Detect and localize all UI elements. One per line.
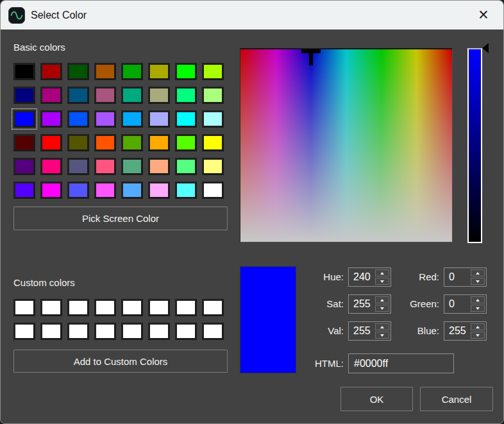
- red-spin-down-icon[interactable]: [471, 278, 485, 285]
- custom-color-swatch[interactable]: [94, 299, 116, 316]
- html-label: HTML:: [283, 354, 344, 373]
- basic-color-swatch[interactable]: [67, 182, 89, 199]
- basic-color-swatch[interactable]: [67, 158, 89, 175]
- basic-color-swatch[interactable]: [13, 134, 35, 151]
- basic-color-swatch[interactable]: [175, 134, 197, 151]
- value-slider-arrow-icon[interactable]: [482, 43, 489, 53]
- basic-colors-grid: [13, 63, 224, 199]
- hue-sat-gradient[interactable]: [240, 48, 453, 242]
- green-spin-down-icon[interactable]: [471, 305, 485, 312]
- basic-color-swatch[interactable]: [40, 134, 62, 151]
- custom-color-swatch[interactable]: [121, 299, 143, 316]
- basic-color-swatch[interactable]: [202, 134, 224, 151]
- basic-color-swatch[interactable]: [67, 110, 89, 128]
- html-input[interactable]: #0000ff: [348, 353, 454, 373]
- basic-color-swatch[interactable]: [67, 87, 89, 104]
- custom-color-swatch[interactable]: [202, 323, 224, 340]
- basic-color-swatch[interactable]: [40, 158, 62, 175]
- custom-color-swatch[interactable]: [148, 323, 170, 340]
- basic-color-swatch[interactable]: [202, 87, 224, 104]
- basic-color-swatch[interactable]: [175, 158, 197, 175]
- custom-color-swatch[interactable]: [175, 323, 197, 340]
- custom-color-swatch[interactable]: [148, 299, 170, 316]
- basic-color-swatch[interactable]: [121, 158, 143, 175]
- basic-color-swatch[interactable]: [13, 63, 35, 80]
- basic-color-swatch[interactable]: [94, 63, 116, 80]
- value-slider[interactable]: [467, 48, 482, 243]
- custom-color-swatch[interactable]: [67, 323, 89, 340]
- red-spin-up-icon[interactable]: [471, 269, 485, 276]
- red-spinbox[interactable]: 0: [444, 267, 487, 287]
- blue-spin-down-icon[interactable]: [471, 332, 485, 339]
- basic-color-swatch[interactable]: [175, 87, 197, 104]
- basic-color-swatch[interactable]: [175, 182, 197, 199]
- sat-label: Sat:: [283, 294, 344, 314]
- custom-color-swatch[interactable]: [94, 323, 116, 340]
- html-value: #0000ff: [354, 358, 388, 369]
- basic-color-swatch[interactable]: [121, 110, 143, 128]
- custom-color-swatch[interactable]: [202, 299, 224, 316]
- custom-color-swatch[interactable]: [121, 323, 143, 340]
- custom-color-swatch[interactable]: [67, 299, 89, 316]
- basic-color-swatch[interactable]: [40, 87, 62, 104]
- basic-color-swatch[interactable]: [175, 63, 197, 80]
- custom-color-swatch[interactable]: [13, 299, 35, 316]
- basic-color-swatch[interactable]: [94, 110, 116, 128]
- custom-color-swatch[interactable]: [40, 299, 62, 316]
- basic-color-swatch[interactable]: [202, 63, 224, 80]
- basic-color-swatch[interactable]: [13, 87, 35, 104]
- blue-spin-up-icon[interactable]: [471, 323, 485, 330]
- basic-color-swatch[interactable]: [148, 158, 170, 175]
- add-to-custom-colors-button[interactable]: Add to Custom Colors: [13, 350, 228, 373]
- close-icon[interactable]: ×: [470, 5, 497, 25]
- basic-color-swatch[interactable]: [13, 182, 35, 199]
- add-to-custom-colors-label: Add to Custom Colors: [74, 356, 168, 367]
- green-spinbox[interactable]: 0: [444, 294, 487, 314]
- basic-color-swatch[interactable]: [148, 182, 170, 199]
- basic-color-swatch[interactable]: [40, 63, 62, 80]
- basic-color-swatch[interactable]: [67, 63, 89, 80]
- window-title: Select Color: [31, 10, 87, 21]
- basic-color-swatch[interactable]: [40, 182, 62, 199]
- basic-color-swatch[interactable]: [94, 87, 116, 104]
- pick-screen-color-label: Pick Screen Color: [82, 213, 159, 224]
- basic-color-swatch[interactable]: [148, 63, 170, 80]
- basic-color-swatch[interactable]: [94, 134, 116, 151]
- green-spin-up-icon[interactable]: [471, 296, 485, 303]
- basic-colors-label: Basic colors: [13, 42, 65, 53]
- green-value: 0: [444, 298, 471, 310]
- basic-color-swatch[interactable]: [148, 87, 170, 104]
- basic-color-swatch[interactable]: [13, 110, 35, 128]
- blue-label: Blue:: [371, 321, 439, 341]
- color-crosshair[interactable]: [301, 49, 321, 66]
- basic-color-swatch[interactable]: [40, 110, 62, 128]
- basic-color-swatch[interactable]: [94, 158, 116, 175]
- cancel-button[interactable]: Cancel: [420, 387, 493, 411]
- hue-label: Hue:: [283, 267, 344, 287]
- custom-color-swatch[interactable]: [175, 299, 197, 316]
- basic-color-swatch[interactable]: [202, 110, 224, 128]
- basic-color-swatch[interactable]: [121, 134, 143, 151]
- basic-color-swatch[interactable]: [13, 158, 35, 175]
- basic-color-swatch[interactable]: [202, 158, 224, 175]
- basic-color-swatch[interactable]: [121, 87, 143, 104]
- basic-color-swatch[interactable]: [121, 63, 143, 80]
- basic-color-swatch[interactable]: [67, 134, 89, 151]
- val-label: Val:: [283, 321, 344, 341]
- basic-color-swatch[interactable]: [202, 182, 224, 199]
- pick-screen-color-button[interactable]: Pick Screen Color: [13, 207, 228, 230]
- custom-colors-grid: [13, 299, 224, 340]
- custom-colors-label: Custom colors: [13, 277, 75, 288]
- blue-spinbox[interactable]: 255: [444, 321, 487, 341]
- custom-color-swatch[interactable]: [13, 323, 35, 340]
- basic-color-swatch[interactable]: [148, 110, 170, 128]
- basic-color-swatch[interactable]: [175, 110, 197, 128]
- titlebar[interactable]: Select Color ×: [1, 1, 503, 30]
- custom-color-swatch[interactable]: [40, 323, 62, 340]
- red-value: 0: [444, 271, 471, 283]
- basic-color-swatch[interactable]: [121, 182, 143, 199]
- basic-color-swatch[interactable]: [148, 134, 170, 151]
- basic-color-swatch[interactable]: [94, 182, 116, 199]
- ok-button[interactable]: OK: [340, 387, 413, 411]
- green-label: Green:: [371, 294, 439, 314]
